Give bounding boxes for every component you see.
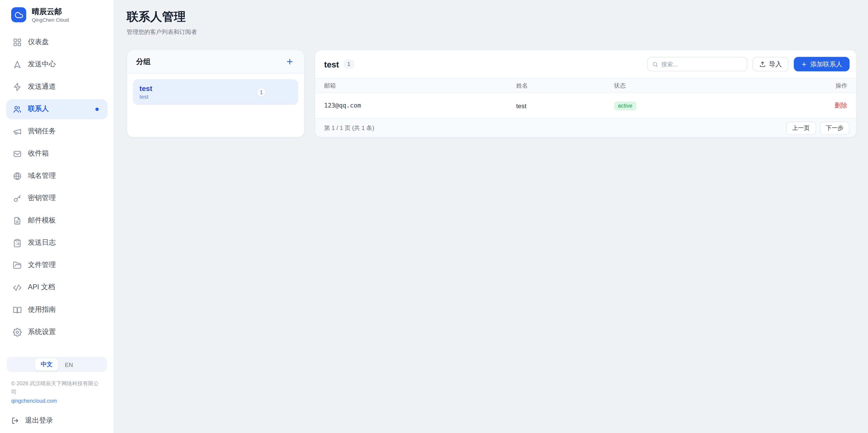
sidebar-item-send-center[interactable]: 发送中心: [6, 55, 107, 75]
code-icon: [13, 283, 22, 292]
language-option-en[interactable]: EN: [59, 359, 79, 370]
language-toggle: 中文 EN: [7, 357, 107, 372]
book-open-icon: [13, 306, 22, 314]
sidebar-nav: 仪表盘 发送中心 发送通道 联系人 营销任务 收件箱: [0, 32, 114, 342]
sidebar-item-label: 发送通道: [28, 82, 56, 92]
search-input[interactable]: [661, 61, 742, 67]
mail-icon: [13, 149, 22, 158]
status-badge: active: [614, 101, 636, 110]
groups-panel: 分组 test test 1: [127, 49, 305, 138]
upload-icon: [759, 61, 766, 67]
delete-contact-link[interactable]: 删除: [808, 101, 847, 110]
contacts-panel: test 1 导入 添加联系人: [314, 49, 857, 138]
contact-email: 123@qq.com: [324, 102, 516, 109]
sidebar-item-label: 密钥管理: [28, 194, 56, 203]
sidebar-item-api-docs[interactable]: API 文档: [6, 277, 107, 298]
copyright-text: © 2026 武汉晴辰天下网络科技有限公司: [11, 380, 102, 396]
sidebar-item-label: 系统设置: [28, 328, 56, 337]
zap-icon: [13, 82, 22, 91]
sidebar-item-label: 收件箱: [28, 149, 49, 159]
contacts-count-badge: 1: [344, 60, 354, 68]
contact-name: test: [516, 102, 614, 109]
page-subtitle: 管理您的客户列表和订阅者: [127, 29, 857, 36]
sidebar: 晴辰云邮 QingChen Cloud 仪表盘 发送中心 发送通道 联系人: [0, 0, 114, 433]
column-header-status: 状态: [614, 82, 808, 90]
contacts-panel-header: test 1 导入 添加联系人: [315, 50, 856, 78]
sidebar-item-system-settings[interactable]: 系统设置: [6, 322, 107, 342]
sidebar-item-marketing-tasks[interactable]: 营销任务: [6, 122, 107, 142]
brand: 晴辰云邮 QingChen Cloud: [0, 0, 114, 23]
cloud-icon: [14, 11, 23, 20]
logout-icon: [11, 417, 20, 425]
gear-icon: [13, 328, 22, 337]
add-contact-button[interactable]: 添加联系人: [794, 57, 850, 71]
users-icon: [13, 105, 22, 113]
sidebar-item-label: 发送中心: [28, 60, 56, 69]
sidebar-item-domain-management[interactable]: 域名管理: [6, 166, 107, 186]
sidebar-item-send-channel[interactable]: 发送通道: [6, 77, 107, 97]
sidebar-item-label: 域名管理: [28, 171, 56, 181]
sidebar-item-file-management[interactable]: 文件管理: [6, 255, 107, 275]
import-button[interactable]: 导入: [752, 57, 788, 71]
send-icon: [13, 60, 22, 69]
group-description: test: [140, 94, 152, 100]
logout-button[interactable]: 退出登录: [0, 408, 114, 433]
active-indicator-dot: [95, 107, 99, 111]
sidebar-item-send-log[interactable]: 发送日志: [6, 233, 107, 253]
group-name: test: [140, 84, 152, 93]
plus-icon: [801, 61, 807, 67]
sidebar-item-label: 使用指南: [28, 305, 56, 314]
app-root: 晴辰云邮 QingChen Cloud 仪表盘 发送中心 发送通道 联系人: [0, 0, 868, 433]
website-link[interactable]: qingchencloud.com: [11, 397, 57, 405]
group-list-item[interactable]: test test 1: [133, 79, 299, 105]
prev-page-button[interactable]: 上一页: [786, 121, 816, 135]
language-option-zh[interactable]: 中文: [35, 358, 58, 370]
sidebar-item-dashboard[interactable]: 仪表盘: [6, 32, 107, 53]
file-text-icon: [13, 216, 22, 225]
folder-icon: [13, 261, 22, 270]
column-header-email: 邮箱: [324, 82, 516, 90]
sidebar-item-label: 仪表盘: [28, 38, 49, 47]
megaphone-icon: [13, 127, 22, 136]
search-icon: [652, 61, 658, 67]
sidebar-item-label: 文件管理: [28, 261, 56, 270]
copyright: © 2026 武汉晴辰天下网络科技有限公司 qingchencloud.com: [0, 372, 114, 405]
globe-icon: [13, 172, 22, 180]
plus-icon: [285, 58, 294, 66]
sidebar-item-key-management[interactable]: 密钥管理: [6, 188, 107, 208]
table-header: 邮箱 姓名 状态 操作: [315, 78, 856, 93]
table-row: 123@qq.com test active 删除: [315, 93, 856, 118]
contacts-group-title: test: [324, 59, 339, 69]
sidebar-item-label: API 文档: [28, 283, 55, 293]
sidebar-item-label: 联系人: [28, 105, 49, 114]
grid-icon: [13, 38, 22, 46]
add-contact-label: 添加联系人: [810, 60, 842, 68]
column-header-actions: 操作: [808, 82, 847, 90]
group-count-badge: 1: [256, 87, 266, 97]
brand-subtitle: QingChen Cloud: [32, 17, 69, 23]
column-header-name: 姓名: [516, 82, 614, 90]
groups-panel-header: 分组: [127, 50, 304, 73]
sidebar-item-inbox[interactable]: 收件箱: [6, 144, 107, 164]
table-footer: 第 1 / 1 页 (共 1 条) 上一页 下一步: [315, 118, 856, 137]
sidebar-item-contacts[interactable]: 联系人: [6, 99, 107, 119]
brand-logo: [11, 7, 26, 23]
key-icon: [13, 194, 22, 203]
page-title: 联系人管理: [127, 9, 857, 25]
sidebar-item-email-templates[interactable]: 邮件模板: [6, 211, 107, 231]
next-page-button[interactable]: 下一步: [820, 121, 850, 135]
sidebar-item-label: 营销任务: [28, 127, 56, 136]
sidebar-item-label: 发送日志: [28, 238, 56, 248]
import-label: 导入: [769, 60, 782, 68]
add-group-button[interactable]: [284, 56, 295, 67]
pagination-info: 第 1 / 1 页 (共 1 条): [324, 124, 374, 132]
brand-name: 晴辰云邮: [32, 7, 69, 17]
clipboard-icon: [13, 239, 22, 247]
sidebar-item-label: 邮件模板: [28, 216, 56, 226]
search-box: [647, 57, 747, 71]
groups-title: 分组: [136, 57, 151, 67]
sidebar-item-user-guide[interactable]: 使用指南: [6, 300, 107, 320]
logout-label: 退出登录: [25, 416, 53, 426]
main-content: 联系人管理 管理您的客户列表和订阅者 分组 test test: [114, 0, 868, 433]
